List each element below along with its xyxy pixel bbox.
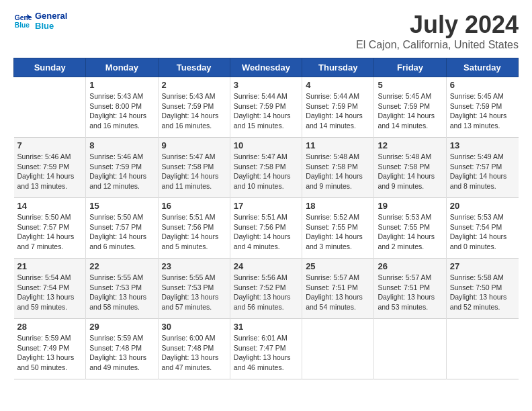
calendar-cell: 15Sunrise: 5:50 AMSunset: 7:57 PMDayligh… xyxy=(86,198,158,259)
calendar-cell: 10Sunrise: 5:47 AMSunset: 7:58 PMDayligh… xyxy=(230,138,302,198)
calendar-cell: 27Sunrise: 5:58 AMSunset: 7:50 PMDayligh… xyxy=(446,259,518,319)
header-wednesday: Wednesday xyxy=(230,58,302,77)
day-number: 3 xyxy=(234,80,298,90)
day-number: 6 xyxy=(450,80,515,90)
day-info: Sunrise: 5:45 AMSunset: 7:59 PMDaylight:… xyxy=(378,91,442,131)
day-info: Sunrise: 5:58 AMSunset: 7:50 PMDaylight:… xyxy=(450,273,515,312)
day-info: Sunrise: 5:44 AMSunset: 7:59 PMDaylight:… xyxy=(234,91,298,131)
header-sunday: Sunday xyxy=(14,58,86,77)
day-number: 1 xyxy=(89,80,154,90)
day-number: 2 xyxy=(162,80,226,90)
week-row-5: 28Sunrise: 5:59 AMSunset: 7:49 PMDayligh… xyxy=(14,319,519,379)
day-number: 27 xyxy=(450,261,515,271)
title-area: July 2024 El Cajon, California, United S… xyxy=(356,11,519,51)
day-info: Sunrise: 5:47 AMSunset: 7:58 PMDaylight:… xyxy=(162,152,226,191)
day-number: 17 xyxy=(234,201,298,211)
calendar-cell: 31Sunrise: 6:01 AMSunset: 7:47 PMDayligh… xyxy=(230,319,302,379)
day-info: Sunrise: 5:48 AMSunset: 7:58 PMDaylight:… xyxy=(306,152,370,191)
logo: General Blue General Blue xyxy=(13,11,67,31)
header-friday: Friday xyxy=(374,58,446,77)
day-number: 22 xyxy=(89,261,154,271)
day-number: 21 xyxy=(17,261,83,271)
day-info: Sunrise: 5:57 AMSunset: 7:51 PMDaylight:… xyxy=(306,273,370,312)
day-info: Sunrise: 5:53 AMSunset: 7:54 PMDaylight:… xyxy=(450,212,515,252)
day-number: 25 xyxy=(306,261,370,271)
logo-icon: General Blue xyxy=(13,11,32,30)
calendar-cell: 13Sunrise: 5:49 AMSunset: 7:57 PMDayligh… xyxy=(446,138,518,198)
day-info: Sunrise: 5:59 AMSunset: 7:49 PMDaylight:… xyxy=(17,333,83,373)
day-number: 8 xyxy=(89,140,154,150)
calendar-cell: 19Sunrise: 5:53 AMSunset: 7:55 PMDayligh… xyxy=(374,198,446,259)
calendar-cell: 28Sunrise: 5:59 AMSunset: 7:49 PMDayligh… xyxy=(14,319,86,379)
day-info: Sunrise: 5:46 AMSunset: 7:59 PMDaylight:… xyxy=(17,152,83,191)
day-info: Sunrise: 5:50 AMSunset: 7:57 PMDaylight:… xyxy=(89,212,154,252)
day-number: 14 xyxy=(17,201,83,211)
day-info: Sunrise: 5:49 AMSunset: 7:57 PMDaylight:… xyxy=(450,152,515,191)
day-number: 23 xyxy=(162,261,226,271)
subtitle: El Cajon, California, United States xyxy=(356,39,519,51)
calendar-cell: 30Sunrise: 6:00 AMSunset: 7:48 PMDayligh… xyxy=(158,319,230,379)
svg-text:General: General xyxy=(15,14,32,21)
day-info: Sunrise: 5:57 AMSunset: 7:51 PMDaylight:… xyxy=(378,273,442,312)
day-info: Sunrise: 5:52 AMSunset: 7:55 PMDaylight:… xyxy=(306,212,370,252)
header-tuesday: Tuesday xyxy=(158,58,230,77)
day-info: Sunrise: 5:56 AMSunset: 7:52 PMDaylight:… xyxy=(234,273,298,312)
calendar-cell: 3Sunrise: 5:44 AMSunset: 7:59 PMDaylight… xyxy=(230,77,302,138)
day-number: 4 xyxy=(306,80,370,90)
calendar-cell: 7Sunrise: 5:46 AMSunset: 7:59 PMDaylight… xyxy=(14,138,86,198)
calendar-cell: 29Sunrise: 5:59 AMSunset: 7:48 PMDayligh… xyxy=(86,319,158,379)
calendar-cell: 4Sunrise: 5:44 AMSunset: 7:59 PMDaylight… xyxy=(302,77,374,138)
header: General Blue General Blue July 2024 El C… xyxy=(13,11,519,51)
header-row: SundayMondayTuesdayWednesdayThursdayFrid… xyxy=(14,58,519,77)
calendar-cell: 16Sunrise: 5:51 AMSunset: 7:56 PMDayligh… xyxy=(158,198,230,259)
calendar-cell: 5Sunrise: 5:45 AMSunset: 7:59 PMDaylight… xyxy=(374,77,446,138)
calendar-cell: 8Sunrise: 5:46 AMSunset: 7:59 PMDaylight… xyxy=(86,138,158,198)
calendar-cell xyxy=(14,77,86,138)
day-number: 31 xyxy=(234,322,298,332)
day-number: 12 xyxy=(378,140,442,150)
day-info: Sunrise: 5:55 AMSunset: 7:53 PMDaylight:… xyxy=(89,273,154,312)
calendar-cell: 14Sunrise: 5:50 AMSunset: 7:57 PMDayligh… xyxy=(14,198,86,259)
day-info: Sunrise: 5:50 AMSunset: 7:57 PMDaylight:… xyxy=(17,212,83,252)
day-info: Sunrise: 5:48 AMSunset: 7:58 PMDaylight:… xyxy=(378,152,442,191)
svg-text:Blue: Blue xyxy=(15,21,30,29)
day-number: 7 xyxy=(17,140,83,150)
calendar-cell: 11Sunrise: 5:48 AMSunset: 7:58 PMDayligh… xyxy=(302,138,374,198)
calendar-cell xyxy=(446,319,518,379)
logo-line1: General xyxy=(35,11,67,21)
day-info: Sunrise: 5:51 AMSunset: 7:56 PMDaylight:… xyxy=(234,212,298,252)
calendar-cell: 2Sunrise: 5:43 AMSunset: 7:59 PMDaylight… xyxy=(158,77,230,138)
header-thursday: Thursday xyxy=(302,58,374,77)
day-number: 19 xyxy=(378,201,442,211)
day-info: Sunrise: 5:44 AMSunset: 7:59 PMDaylight:… xyxy=(306,91,370,131)
calendar-cell: 22Sunrise: 5:55 AMSunset: 7:53 PMDayligh… xyxy=(86,259,158,319)
day-info: Sunrise: 5:43 AMSunset: 7:59 PMDaylight:… xyxy=(162,91,226,131)
day-number: 30 xyxy=(162,322,226,332)
calendar-cell: 26Sunrise: 5:57 AMSunset: 7:51 PMDayligh… xyxy=(374,259,446,319)
calendar-cell: 21Sunrise: 5:54 AMSunset: 7:54 PMDayligh… xyxy=(14,259,86,319)
day-info: Sunrise: 6:00 AMSunset: 7:48 PMDaylight:… xyxy=(162,333,226,373)
day-number: 10 xyxy=(234,140,298,150)
calendar-cell: 25Sunrise: 5:57 AMSunset: 7:51 PMDayligh… xyxy=(302,259,374,319)
day-number: 26 xyxy=(378,261,442,271)
header-saturday: Saturday xyxy=(446,58,518,77)
week-row-1: 1Sunrise: 5:43 AMSunset: 8:00 PMDaylight… xyxy=(14,77,519,138)
day-info: Sunrise: 6:01 AMSunset: 7:47 PMDaylight:… xyxy=(234,333,298,373)
calendar-cell: 20Sunrise: 5:53 AMSunset: 7:54 PMDayligh… xyxy=(446,198,518,259)
header-monday: Monday xyxy=(86,58,158,77)
day-info: Sunrise: 5:59 AMSunset: 7:48 PMDaylight:… xyxy=(89,333,154,373)
day-info: Sunrise: 5:45 AMSunset: 7:59 PMDaylight:… xyxy=(450,91,515,131)
calendar-table: SundayMondayTuesdayWednesdayThursdayFrid… xyxy=(13,58,519,379)
day-info: Sunrise: 5:53 AMSunset: 7:55 PMDaylight:… xyxy=(378,212,442,252)
day-number: 28 xyxy=(17,322,83,332)
day-number: 15 xyxy=(89,201,154,211)
week-row-2: 7Sunrise: 5:46 AMSunset: 7:59 PMDaylight… xyxy=(14,138,519,198)
day-info: Sunrise: 5:46 AMSunset: 7:59 PMDaylight:… xyxy=(89,152,154,191)
day-info: Sunrise: 5:55 AMSunset: 7:53 PMDaylight:… xyxy=(162,273,226,312)
logo-line2: Blue xyxy=(35,21,67,31)
day-info: Sunrise: 5:47 AMSunset: 7:58 PMDaylight:… xyxy=(234,152,298,191)
calendar-cell xyxy=(302,319,374,379)
day-number: 11 xyxy=(306,140,370,150)
calendar-cell: 18Sunrise: 5:52 AMSunset: 7:55 PMDayligh… xyxy=(302,198,374,259)
week-row-3: 14Sunrise: 5:50 AMSunset: 7:57 PMDayligh… xyxy=(14,198,519,259)
